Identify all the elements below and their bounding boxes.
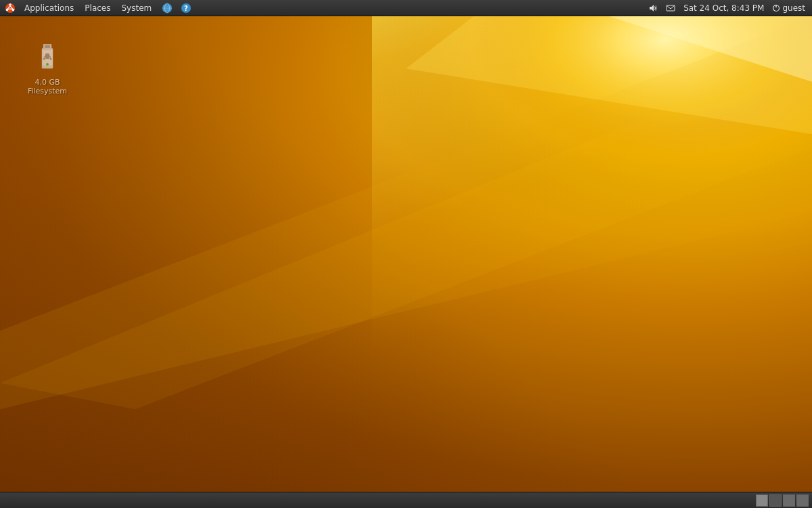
applications-menu[interactable]: Applications xyxy=(19,0,79,16)
taskbar-right xyxy=(754,492,812,508)
system-tray: Sat 24 Oct, 8:43 PM guest xyxy=(644,0,812,16)
svg-rect-21 xyxy=(43,44,51,49)
power-menu[interactable]: guest xyxy=(768,0,809,16)
svg-marker-11 xyxy=(650,5,654,12)
usb-filesystem-icon[interactable]: 4.0 GB Filesystem xyxy=(20,40,74,98)
svg-text:?: ? xyxy=(184,5,188,12)
volume-control[interactable] xyxy=(644,0,662,16)
ubuntu-logo-icon xyxy=(3,1,18,16)
svg-line-26 xyxy=(44,54,47,58)
mail-notification[interactable] xyxy=(662,0,679,16)
svg-line-27 xyxy=(47,54,51,58)
workspace-switcher[interactable] xyxy=(755,494,809,507)
menu-bar: Applications Places System ? xyxy=(0,0,195,16)
svg-marker-17 xyxy=(0,49,812,409)
places-menu[interactable]: Places xyxy=(79,0,116,16)
datetime-display[interactable]: Sat 24 Oct, 8:43 PM xyxy=(679,0,768,16)
workspace-4[interactable] xyxy=(796,494,809,507)
usb-filesystem-label: 4.0 GB Filesystem xyxy=(23,78,72,96)
taskbar-left xyxy=(0,492,754,508)
network-manager-icon[interactable] xyxy=(160,1,175,16)
svg-rect-23 xyxy=(45,54,49,59)
svg-marker-19 xyxy=(609,16,812,82)
svg-marker-18 xyxy=(406,16,812,134)
svg-rect-29 xyxy=(42,66,53,68)
svg-point-24 xyxy=(43,58,45,60)
svg-rect-15 xyxy=(0,16,812,492)
bottom-panel xyxy=(0,492,812,508)
workspace-2[interactable] xyxy=(769,494,782,507)
svg-point-25 xyxy=(50,58,52,60)
top-panel: Applications Places System ? xyxy=(0,0,812,16)
usb-drive-image xyxy=(31,43,64,75)
svg-marker-16 xyxy=(0,16,812,409)
svg-rect-20 xyxy=(42,48,53,67)
workspace-1[interactable] xyxy=(756,494,768,507)
svg-point-1 xyxy=(9,3,12,6)
svg-point-28 xyxy=(46,63,49,66)
desktop: 4.0 GB Filesystem xyxy=(0,16,812,492)
system-menu[interactable]: System xyxy=(116,0,157,16)
username-label: guest xyxy=(782,3,805,13)
svg-rect-22 xyxy=(45,45,50,48)
workspace-3[interactable] xyxy=(783,494,795,507)
help-icon[interactable]: ? xyxy=(179,1,194,16)
